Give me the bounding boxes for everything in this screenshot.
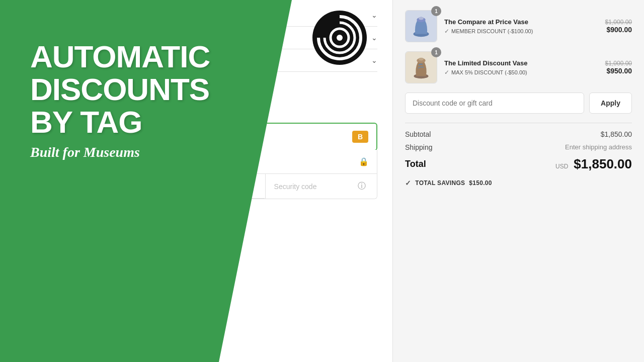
product-2-discount-label: MAX 5% DISCOUNT (-$50.00) [451,69,527,75]
product-1-details: The Compare at Price Vase ✓ MEMBER DISCO… [444,18,598,35]
discount-code-input[interactable] [405,93,584,114]
total-row: Total USD $1,850.00 [405,156,632,172]
hero-subtitle: Built for Museums [30,144,210,160]
totals-section: Subtotal $1,850.00 Shipping Enter shippi… [405,123,632,187]
product-2-badge: 1 [431,47,441,57]
savings-row: ✓ TOTAL SAVINGS $150.00 [405,179,632,187]
discount-2-icon: ✓ [444,69,449,76]
product-item-2: 1 The Limited Discount Vase ✓ MAX 5% DIS… [405,51,632,83]
total-currency: USD [555,163,568,170]
shipping-value: Enter shipping address [565,143,632,151]
discount-code-row: Apply [405,93,632,114]
product-1-badge: 1 [431,6,441,16]
order-summary-panel: 1 The Compare at Price Vase ✓ MEMBER DIS… [392,0,644,362]
savings-value: $150.00 [469,179,492,187]
product-1-original-price: $1,000.00 [605,19,632,26]
address-chevron-icon: ⌄ [371,34,377,42]
total-value: $1,850.00 [574,156,632,171]
logo [312,10,367,65]
discount-1-icon: ✓ [444,28,449,35]
product-2-name: The Limited Discount Vase [444,59,598,67]
total-label: Total [405,159,426,169]
hero-text: AUTOMATIC DISCOUNTS BY TAG Built for Mus… [30,40,210,160]
contact-chevron-icon: ⌄ [371,11,377,19]
left-panel: AUTOMATIC DISCOUNTS BY TAG Built for Mus… [0,0,392,362]
product-1-discount: ✓ MEMBER DISCOUNT (-$100.00) [444,28,598,35]
svg-point-8 [419,17,424,20]
shipping-chevron-icon: ⌄ [371,56,377,64]
product-2-image-wrapper: 1 [405,51,437,83]
security-row[interactable]: Security code ⓘ [266,174,374,199]
product-2-discount: ✓ MAX 5% DISCOUNT (-$50.00) [444,69,598,76]
product-1-image-wrapper: 1 [405,10,437,42]
svg-point-4 [337,35,343,41]
total-amount-wrapper: USD $1,850.00 [555,156,632,172]
shipping-label: Shipping [405,143,433,151]
product-item-1: 1 The Compare at Price Vase ✓ MEMBER DIS… [405,10,632,42]
product-1-prices: $1,000.00 $900.00 [605,19,632,34]
help-icon: ⓘ [358,181,366,192]
product-2-details: The Limited Discount Vase ✓ MAX 5% DISCO… [444,59,598,76]
svg-point-12 [419,58,424,61]
security-placeholder: Security code [274,183,317,191]
subtotal-label: Subtotal [405,130,431,138]
bank-icon: B [352,131,368,143]
apply-button[interactable]: Apply [589,93,632,114]
savings-icon: ✓ [405,179,411,187]
subtotal-row: Subtotal $1,850.00 [405,130,632,138]
product-2-sale-price: $950.00 [605,67,632,75]
lock-icon: 🔒 [359,157,369,166]
shipping-row: Shipping Enter shipping address [405,143,632,151]
product-2-prices: $1,000.00 $950.00 [605,60,632,75]
product-1-sale-price: $900.00 [605,26,632,34]
product-2-original-price: $1,000.00 [605,60,632,67]
product-1-discount-label: MEMBER DISCOUNT (-$100.00) [451,28,533,34]
product-2-image [405,51,437,83]
product-1-name: The Compare at Price Vase [444,18,598,26]
savings-label: TOTAL SAVINGS [415,179,465,187]
subtotal-value: $1,850.00 [601,130,632,138]
product-1-image [405,10,437,42]
hero-title: AUTOMATIC DISCOUNTS BY TAG [30,40,210,138]
